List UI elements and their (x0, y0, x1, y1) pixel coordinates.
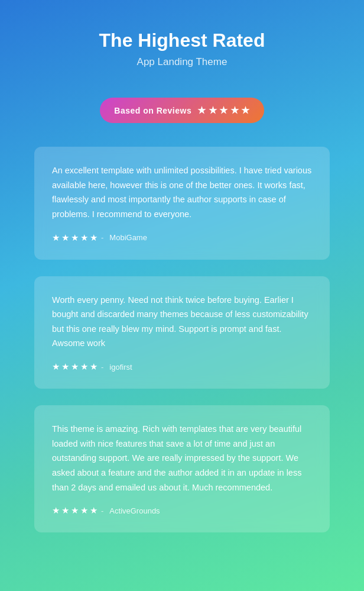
review-star-1-3: ★ (71, 232, 79, 243)
review-star-2-2: ★ (61, 361, 69, 372)
review-author-3: ActiveGrounds (109, 506, 160, 515)
review-star-3-2: ★ (61, 505, 69, 516)
badge-star-4: ★ (230, 105, 239, 116)
badge-star-1: ★ (197, 105, 206, 116)
sub-title: App Landing Theme (99, 56, 265, 68)
review-separator-2: - (101, 363, 103, 372)
badge-stars: ★ ★ ★ ★ ★ (197, 105, 250, 116)
review-star-2-1: ★ (52, 361, 60, 372)
review-card: This theme is amazing. Rich with templat… (34, 405, 330, 532)
review-star-3-5: ★ (90, 505, 98, 516)
review-star-2-5: ★ (90, 361, 98, 372)
review-stars-3: ★★★★★ (52, 505, 98, 516)
review-text-1: An excellent template with unlimited pos… (52, 163, 312, 222)
review-star-1-2: ★ (61, 232, 69, 243)
badge-star-3: ★ (219, 105, 228, 116)
review-star-1-5: ★ (90, 232, 98, 243)
review-footer-1: ★★★★★-MobiGame (52, 232, 312, 243)
review-text-3: This theme is amazing. Rich with templat… (52, 422, 312, 495)
rating-badge[interactable]: Based on Reviews ★ ★ ★ ★ ★ (100, 98, 264, 123)
review-footer-3: ★★★★★-ActiveGrounds (52, 505, 312, 516)
review-separator-1: - (101, 233, 103, 242)
main-title: The Highest Rated (99, 30, 265, 51)
review-star-3-1: ★ (52, 505, 60, 516)
review-star-3-4: ★ (80, 505, 88, 516)
badge-star-2: ★ (209, 105, 217, 116)
review-star-1-4: ★ (80, 232, 88, 243)
badge-label: Based on Reviews (114, 106, 191, 115)
badge-star-5: ★ (241, 105, 250, 116)
review-text-2: Worth every penny. Need not think twice … (52, 293, 312, 351)
review-separator-3: - (101, 506, 103, 515)
review-card: Worth every penny. Need not think twice … (34, 276, 330, 389)
review-star-3-3: ★ (71, 505, 79, 516)
review-star-2-4: ★ (80, 361, 88, 372)
reviews-container: An excellent template with unlimited pos… (34, 147, 330, 549)
review-footer-2: ★★★★★-igofirst (52, 361, 312, 372)
review-star-2-3: ★ (71, 361, 79, 372)
review-stars-1: ★★★★★ (52, 232, 98, 243)
review-star-1-1: ★ (52, 232, 60, 243)
review-stars-2: ★★★★★ (52, 361, 98, 372)
review-author-1: MobiGame (109, 233, 147, 242)
review-author-2: igofirst (109, 363, 132, 372)
review-card: An excellent template with unlimited pos… (34, 147, 330, 260)
header-section: The Highest Rated App Landing Theme (99, 30, 265, 68)
